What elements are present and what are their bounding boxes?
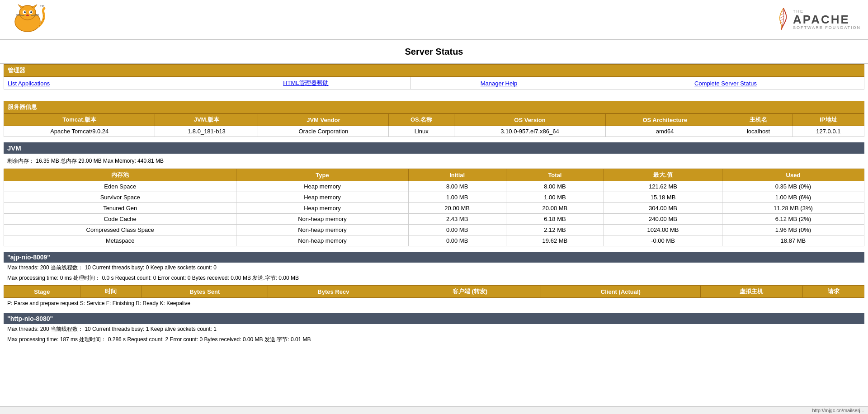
memory-table-body: Eden SpaceHeap memory8.00 MB8.00 MB121.6… xyxy=(4,181,864,246)
memory-table-row: Survivor SpaceHeap memory1.00 MB1.00 MB1… xyxy=(4,192,864,203)
svg-line-16 xyxy=(780,16,783,18)
memory-table-cell: Compressed Class Space xyxy=(4,225,236,235)
memory-table-cell: 8.00 MB xyxy=(506,181,604,192)
memory-table-cell: 20.00 MB xyxy=(408,203,506,214)
tomcat-logo-svg: TM xyxy=(7,4,48,35)
memory-table-cell: 6.18 MB xyxy=(506,214,604,225)
memory-table-cell: Non-heap memory xyxy=(236,225,408,235)
memory-table-cell: 15.18 MB xyxy=(604,192,722,203)
val-os-name: Linux xyxy=(389,126,454,137)
val-tomcat-version: Apache Tomcat/9.0.24 xyxy=(4,126,155,137)
memory-table-cell: 8.00 MB xyxy=(408,181,506,192)
nav-list-applications[interactable]: List Applications xyxy=(4,77,201,89)
manager-nav-table: List Applications HTML管理器帮助 Manager Help… xyxy=(4,77,864,89)
svg-point-7 xyxy=(30,11,32,13)
memory-table-cell: 19.62 MB xyxy=(506,235,604,246)
val-jvm-vendor: Oracle Corporation xyxy=(258,126,389,137)
mem-col-used: Used xyxy=(722,169,864,181)
memory-table-cell: 11.28 MB (3%) xyxy=(722,203,864,214)
nav-complete-status[interactable]: Complete Server Status xyxy=(587,77,864,89)
server-info-table: Tomcat.版本 JVM.版本 JVM Vendor OS.名称 OS Ver… xyxy=(4,113,864,137)
software-foundation-text: SOFTWARE FOUNDATION xyxy=(793,25,861,30)
memory-table-row: Tenured GenHeap memory20.00 MB20.00 MB30… xyxy=(4,203,864,214)
memory-table-cell: Non-heap memory xyxy=(236,235,408,246)
ajp-info-line-2: Max processing time: 0 ms 处理时间： 0.0 s Re… xyxy=(4,273,864,283)
memory-table-cell: Metaspace xyxy=(4,235,236,246)
memory-table-cell: Code Cache xyxy=(4,214,236,225)
ajp-info-line-1: Max threads: 200 当前线程数： 10 Current threa… xyxy=(4,263,864,273)
svg-text:TM: TM xyxy=(40,5,44,8)
col-tomcat-version: Tomcat.版本 xyxy=(4,114,155,126)
server-info-section: 服务器信息 Tomcat.版本 JVM.版本 JVM Vendor OS.名称 … xyxy=(4,101,864,137)
memory-table-row: Compressed Class SpaceNon-heap memory0.0… xyxy=(4,225,864,235)
memory-table-row: MetaspaceNon-heap memory0.00 MB19.62 MB-… xyxy=(4,235,864,246)
stage-col-stage: Stage xyxy=(4,286,80,298)
svg-marker-3 xyxy=(32,5,37,8)
ajp-stage-table: Stage 时间 Bytes Sent Bytes Recv 客户端 (转发) … xyxy=(4,285,864,298)
memory-table-cell: 1024.00 MB xyxy=(604,225,722,235)
jvm-memory-text: 剩余内存： 16.35 MB 总内存 29.00 MB Max Memory: … xyxy=(4,155,864,167)
memory-table-cell: Survivor Space xyxy=(4,192,236,203)
svg-line-17 xyxy=(780,19,783,21)
list-applications-link[interactable]: List Applications xyxy=(8,80,50,87)
memory-table-cell: 304.00 MB xyxy=(604,203,722,214)
http-info-line-2: Max processing time: 187 ms 处理时间： 0.286 … xyxy=(4,334,864,345)
val-os-arch: amd64 xyxy=(606,126,724,137)
stage-col-client-forwarded: 客户端 (转发) xyxy=(399,286,541,298)
svg-point-6 xyxy=(24,11,26,13)
stage-col-vhost: 虚拟主机 xyxy=(700,286,802,298)
memory-table-cell: 1.96 MB (0%) xyxy=(722,225,864,235)
memory-table-cell: 6.12 MB (2%) xyxy=(722,214,864,225)
mem-col-max: 最大.值 xyxy=(604,169,722,181)
memory-table-cell: Heap memory xyxy=(236,203,408,214)
apache-feather-icon xyxy=(774,7,790,32)
complete-status-link[interactable]: Complete Server Status xyxy=(694,80,757,87)
main-content: 管理器 List Applications HTML管理器帮助 Manager … xyxy=(0,64,868,345)
mem-col-total: Total xyxy=(506,169,604,181)
nav-manager-help[interactable]: Manager Help xyxy=(410,77,587,89)
apache-text: APACHE xyxy=(793,14,861,25)
server-info-header: 服务器信息 xyxy=(4,101,864,113)
server-info-header-row: Tomcat.版本 JVM.版本 JVM Vendor OS.名称 OS Ver… xyxy=(4,114,864,126)
server-info-data-row: Apache Tomcat/9.0.24 1.8.0_181-b13 Oracl… xyxy=(4,126,864,137)
stage-col-bytes-recv: Bytes Recv xyxy=(268,286,399,298)
jvm-section-header: JVM xyxy=(4,142,864,154)
memory-table-cell: 1.00 MB (6%) xyxy=(722,192,864,203)
val-ip: 127.0.0.1 xyxy=(793,126,864,137)
memory-pool-table: 内存池 Type Initial Total 最大.值 Used Eden Sp… xyxy=(4,169,864,246)
col-os-name: OS.名称 xyxy=(389,114,454,126)
manager-help-link[interactable]: Manager Help xyxy=(481,80,518,87)
memory-table-cell: 121.62 MB xyxy=(604,181,722,192)
memory-table-row: Code CacheNon-heap memory2.43 MB6.18 MB2… xyxy=(4,214,864,225)
ajp-stage-legend: P: Parse and prepare request S: Service … xyxy=(4,299,864,308)
ajp-connector-header: "ajp-nio-8009" xyxy=(4,252,864,263)
col-os-arch: OS Architecture xyxy=(606,114,724,126)
memory-table-cell: 0.00 MB xyxy=(408,225,506,235)
memory-table-row: Eden SpaceHeap memory8.00 MB8.00 MB121.6… xyxy=(4,181,864,192)
memory-table-cell: -0.00 MB xyxy=(604,235,722,246)
col-ip: IP地址 xyxy=(793,114,864,126)
mem-col-initial: Initial xyxy=(408,169,506,181)
memory-table-cell: Eden Space xyxy=(4,181,236,192)
val-jvm-version: 1.8.0_181-b13 xyxy=(155,126,258,137)
http-info-line-1: Max threads: 200 当前线程数： 10 Current threa… xyxy=(4,324,864,334)
html-manager-link[interactable]: HTML管理器帮助 xyxy=(283,80,328,86)
memory-table-cell: 1.00 MB xyxy=(408,192,506,203)
tomcat-logo: TM xyxy=(7,4,48,35)
http-connector-header: "http-nio-8080" xyxy=(4,313,864,324)
memory-table-cell: 0.35 MB (0%) xyxy=(722,181,864,192)
page-title: Server Status xyxy=(0,40,868,64)
stage-col-client-actual: Client (Actual) xyxy=(541,286,700,298)
stage-col-request: 请求 xyxy=(803,286,864,298)
nav-html-manager[interactable]: HTML管理器帮助 xyxy=(201,77,410,89)
memory-table-cell: Tenured Gen xyxy=(4,203,236,214)
svg-point-8 xyxy=(26,14,29,16)
memory-table-cell: Heap memory xyxy=(236,181,408,192)
stage-col-time: 时间 xyxy=(80,286,142,298)
memory-table-cell: Heap memory xyxy=(236,192,408,203)
memory-table-cell: 20.00 MB xyxy=(506,203,604,214)
memory-table-cell: Non-heap memory xyxy=(236,214,408,225)
memory-table-header-row: 内存池 Type Initial Total 最大.值 Used xyxy=(4,169,864,181)
col-jvm-vendor: JVM Vendor xyxy=(258,114,389,126)
mem-col-pool: 内存池 xyxy=(4,169,236,181)
